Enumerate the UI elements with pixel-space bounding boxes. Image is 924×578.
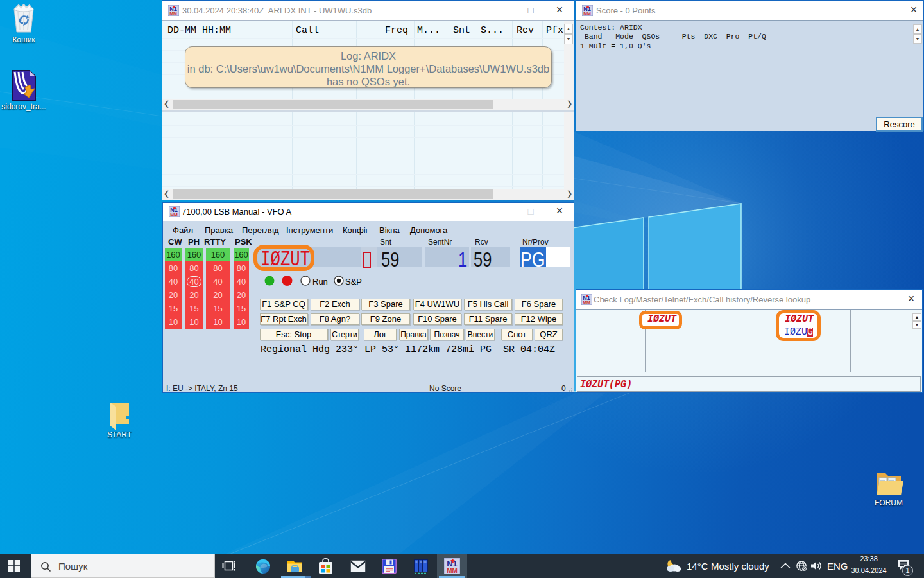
svg-text:MM: MM bbox=[583, 301, 590, 305]
svg-text:MM: MM bbox=[583, 12, 591, 16]
svg-text:MM: MM bbox=[447, 567, 458, 574]
svg-text:MM: MM bbox=[169, 12, 177, 16]
svg-text:MM: MM bbox=[170, 213, 178, 217]
